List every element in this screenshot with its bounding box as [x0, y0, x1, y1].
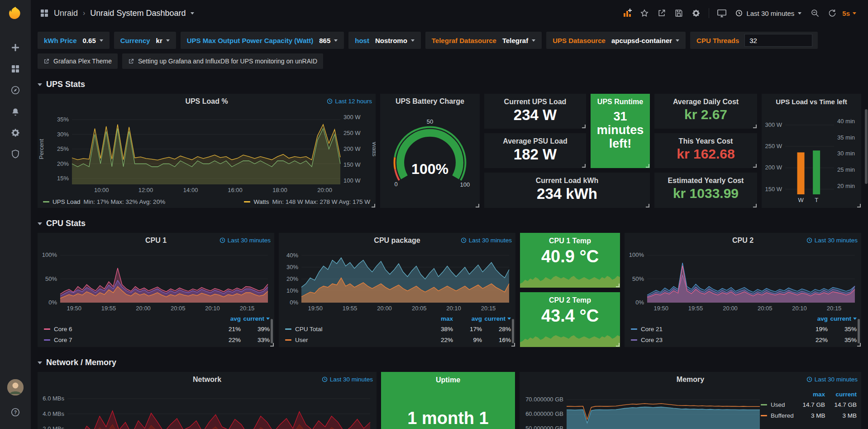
cpu-package-chart[interactable]: 0%10%20%30%40%19:5019:5520:0020:0520:102… — [279, 248, 515, 313]
user-avatar[interactable] — [7, 379, 24, 395]
panel-title[interactable]: Uptime — [381, 376, 515, 384]
dashboard-link[interactable]: Setting up Grafana and InfluxDB for UPS … — [122, 53, 323, 69]
panel-title[interactable]: CPU 2 Temp — [520, 296, 620, 304]
legend-column-current[interactable]: current — [828, 315, 857, 322]
panel-resize-handle[interactable] — [616, 284, 620, 287]
legend-series[interactable]: CPU Total38%17%28% — [285, 323, 511, 334]
variable-ups-max-output-power-capacity-watt-[interactable]: UPS Max Output Power Capacity (Watt)865 — [181, 32, 344, 49]
panel-resize-handle[interactable] — [476, 204, 479, 207]
legend-series[interactable]: Core 2322%35% — [631, 334, 857, 345]
panel-title[interactable]: Current UPS Load — [484, 98, 586, 106]
legend-series[interactable]: WattsMin: 148 W Max: 278 W Avg: 175 W — [244, 198, 370, 205]
legend-column-avg[interactable]: avg — [453, 315, 482, 322]
variable-value[interactable]: 865 — [318, 37, 342, 44]
legend-column-current[interactable]: current — [825, 391, 857, 398]
panel-title[interactable]: CPU 1 — [145, 236, 167, 245]
panel-title[interactable]: UPS Load % — [185, 97, 228, 106]
panel-title[interactable]: CPU 1 Temp — [520, 237, 620, 245]
panel-resize-handle[interactable] — [753, 164, 757, 168]
legend-scrollbar[interactable] — [512, 319, 514, 343]
star-icon[interactable] — [636, 5, 653, 21]
variable-input[interactable] — [744, 34, 812, 47]
share-icon[interactable] — [653, 5, 670, 21]
legend-series[interactable]: Core 2119%35% — [631, 323, 857, 334]
alerting-icon[interactable] — [5, 101, 26, 121]
section-ups-stats[interactable]: UPS Stats — [38, 80, 861, 89]
explore-icon[interactable] — [5, 80, 26, 100]
load-vs-time-chart[interactable]: 150 W200 W250 W300 W20 min25 min30 min35… — [762, 109, 861, 208]
legend-scrollbar[interactable] — [858, 319, 860, 343]
legend-series[interactable]: User22%9%16% — [285, 334, 511, 345]
cpu1-chart[interactable]: 0%50%100%19:5019:5520:0020:0520:1020:15 — [38, 248, 274, 313]
panel-title[interactable]: Estimated Yearly Cost — [654, 177, 757, 185]
variable-value[interactable]: 0.65 — [81, 37, 108, 44]
panel-title[interactable]: UPS Load vs Time left — [776, 98, 847, 106]
variable-kwh-price[interactable]: kWh Price0.65 — [38, 32, 110, 49]
dashboard-link[interactable]: Grafana Plex Theme — [38, 53, 118, 69]
cycle-view-icon[interactable] — [714, 5, 730, 21]
panel-resize-handle[interactable] — [857, 204, 861, 207]
page-scrollbar[interactable] — [865, 109, 868, 184]
panel-title[interactable]: Memory — [677, 376, 704, 384]
variable-telegraf-datasource[interactable]: Telegraf DatasourceTelegraf — [425, 32, 542, 49]
legend-series[interactable]: Used14.7 GB14.7 GB — [761, 399, 857, 410]
refresh-icon[interactable] — [824, 5, 840, 21]
legend-column-avg[interactable]: avg — [212, 315, 241, 322]
legend-column-current[interactable]: current — [482, 315, 511, 322]
variable-value[interactable]: Nostromo — [374, 37, 419, 44]
save-icon[interactable] — [671, 5, 687, 21]
memory-chart[interactable]: 50.000000 GB60.000000 GB70.000000 GB — [520, 387, 763, 429]
panel-title[interactable]: UPS Battery Charge — [396, 97, 464, 106]
variable-value[interactable]: apcupsd-container — [610, 37, 684, 44]
panel-resize-handle[interactable] — [857, 343, 861, 347]
server-admin-icon[interactable] — [5, 144, 26, 164]
ups-load-chart[interactable]: 15%20%25%30%35%100 W150 W200 W250 W300 W… — [38, 109, 376, 196]
variable-host[interactable]: hostNostromo — [348, 32, 421, 49]
panel-resize-handle[interactable] — [372, 204, 375, 207]
variable-ups-datasource[interactable]: UPS Datasourceapcupsd-container — [546, 32, 686, 49]
panel-title[interactable]: This Years Cost — [654, 137, 757, 145]
variable-cpu-threads[interactable]: CPU Threads — [690, 32, 818, 49]
panel-resize-handle[interactable] — [753, 125, 757, 128]
breadcrumb-dashboard-title[interactable]: Unraid System Dashboard — [90, 9, 186, 18]
panel-title[interactable]: Average Daily Cost — [654, 98, 757, 106]
variable-currency[interactable]: Currencykr — [114, 32, 176, 49]
legend-series[interactable]: Buffered3 MB3 MB — [761, 410, 857, 421]
panel-title[interactable]: CPU package — [374, 236, 420, 245]
panel-resize-handle[interactable] — [646, 164, 649, 168]
legend-column-avg[interactable]: avg — [799, 315, 828, 322]
panel-resize-handle[interactable] — [270, 343, 274, 347]
add-panel-button[interactable] — [619, 5, 635, 21]
panel-title[interactable]: CPU 2 — [732, 236, 754, 245]
panel-resize-handle[interactable] — [582, 164, 586, 168]
create-icon[interactable] — [5, 38, 26, 58]
dashboard-settings-icon[interactable] — [688, 5, 704, 21]
legend-scrollbar[interactable] — [271, 319, 273, 343]
section-network-memory[interactable]: Network / Memory — [38, 358, 861, 367]
legend-column-max[interactable]: max — [424, 315, 453, 322]
time-range-picker[interactable]: Last 30 minutes — [731, 5, 806, 21]
zoom-out-icon[interactable] — [807, 5, 823, 21]
panel-title[interactable]: Network — [193, 376, 221, 384]
variable-value[interactable]: kr — [155, 37, 174, 44]
panel-resize-handle[interactable] — [753, 204, 757, 207]
panel-title[interactable]: Average PSU Load — [484, 137, 586, 145]
help-icon[interactable]: ? — [5, 402, 26, 422]
configuration-icon[interactable] — [5, 123, 26, 143]
panel-title[interactable]: UPS Runtime — [591, 98, 650, 106]
refresh-interval-dropdown[interactable]: 5s — [841, 10, 861, 17]
network-chart[interactable]: 2.0 MBs4.0 MBs6.0 MBs — [38, 387, 377, 429]
legend-series[interactable]: Core 621%39% — [44, 323, 270, 334]
panel-resize-handle[interactable] — [582, 125, 586, 128]
breadcrumb-folder[interactable]: Unraid — [54, 9, 78, 18]
chevron-down-icon[interactable] — [191, 12, 194, 14]
panel-resize-handle[interactable] — [616, 343, 620, 347]
legend-series[interactable]: UPS LoadMin: 17% Max: 32% Avg: 20% — [43, 198, 165, 205]
grafana-logo-icon[interactable] — [7, 5, 24, 23]
panel-resize-handle[interactable] — [511, 343, 515, 347]
section-cpu-stats[interactable]: CPU Stats — [38, 219, 861, 228]
legend-series[interactable]: Core 722%33% — [44, 334, 270, 345]
panel-title[interactable]: Current Load kWh — [484, 177, 650, 185]
variable-value[interactable]: Telegraf — [501, 37, 540, 44]
cpu2-chart[interactable]: 0%50%100%19:5019:5520:0020:0520:1020:15 — [625, 248, 861, 313]
